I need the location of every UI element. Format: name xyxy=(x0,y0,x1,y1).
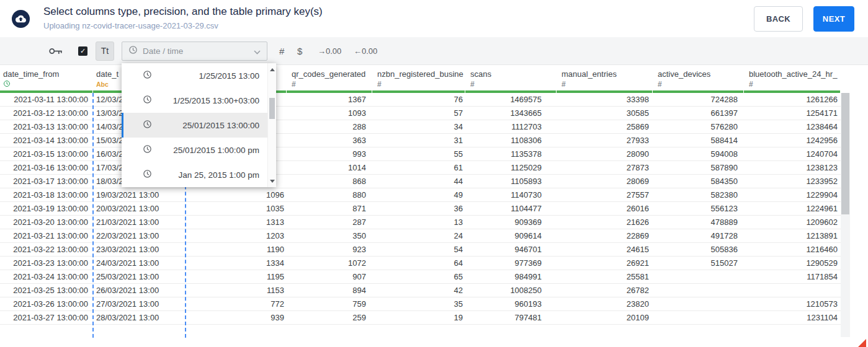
table-cell: 1203 xyxy=(186,229,287,242)
selected-column-boundary-left xyxy=(92,93,94,338)
table-row: 2021-03-18 13:00:0019/03/2021 13:0010968… xyxy=(0,188,841,202)
table-cell: 923 xyxy=(287,243,372,256)
next-button[interactable]: NEXT xyxy=(813,6,854,32)
table-cell: 661397 xyxy=(653,107,744,120)
text-format-button[interactable]: Tt xyxy=(96,42,114,61)
table-cell: 22869 xyxy=(557,229,653,242)
number-type-indicator: # xyxy=(744,80,841,89)
increase-decimals-icon[interactable]: →0.00 xyxy=(318,37,341,65)
dropdown-scrollbar-thumb[interactable] xyxy=(269,98,275,119)
table-cell: 2021-03-23 13:00:00 xyxy=(0,257,93,270)
dropdown-option-label: 25/01/2015 1:00:00 pm xyxy=(158,146,259,155)
table-cell: 36 xyxy=(372,202,465,215)
back-button[interactable]: BACK xyxy=(754,6,803,32)
table-cell: 44 xyxy=(372,175,465,188)
table-cell: 24 xyxy=(372,229,465,242)
table-cell: 20/03/2021 13:00 xyxy=(93,202,186,215)
table-cell: 2021-03-20 13:00:00 xyxy=(0,216,93,229)
table-row: 2021-03-20 13:00:0021/03/2021 13:0013132… xyxy=(0,216,841,229)
table-cell: 1240704 xyxy=(744,147,841,160)
column-header-nzbn_registered_busine[interactable]: nzbn_registered_busine# xyxy=(372,65,465,93)
table-cell: 1093 xyxy=(287,107,372,120)
column-header-scans[interactable]: scans# xyxy=(465,65,557,93)
table-cell: 26/03/2021 13:00 xyxy=(93,284,186,297)
table-cell: 1213891 xyxy=(744,229,841,242)
column-name: manual_entries xyxy=(557,69,653,79)
table-cell: 993 xyxy=(287,147,372,160)
table-row: 2021-03-24 13:00:0025/03/2021 13:0011959… xyxy=(0,270,841,284)
table-cell: 797481 xyxy=(465,311,557,324)
currency-format-icon[interactable]: $ xyxy=(297,37,302,65)
type-select-value: Date / time xyxy=(143,46,249,56)
table-cell: 871 xyxy=(287,202,372,215)
table-row: 2021-03-22 13:00:0023/03/2021 13:0011909… xyxy=(0,243,841,257)
decrease-decimals-icon[interactable]: ←0.00 xyxy=(354,37,377,65)
key-icon[interactable] xyxy=(48,46,63,59)
table-row: 2021-03-21 13:00:0022/03/2021 13:0012033… xyxy=(0,229,841,243)
table-cell: 515027 xyxy=(653,257,744,270)
number-type-indicator: # xyxy=(557,80,653,89)
dropdown-option[interactable]: 25/01/2015 13:00:00 xyxy=(122,113,267,138)
table-cell: 2021-03-22 13:00:00 xyxy=(0,243,93,256)
number-format-icon[interactable]: # xyxy=(279,37,284,65)
dropdown-option[interactable]: 1/25/2015 13:00+03:00 xyxy=(122,88,267,113)
table-cell: 27873 xyxy=(557,161,653,174)
table-cell: 2021-03-14 13:00:00 xyxy=(0,134,93,147)
table-cell: 20109 xyxy=(557,311,653,324)
table-cell: 724288 xyxy=(653,93,744,106)
table-cell: 30585 xyxy=(557,107,653,120)
column-header-bluetooth_active_24_hr_[interactable]: bluetooth_active_24_hr_# xyxy=(744,65,841,93)
table-cell: 588414 xyxy=(653,134,744,147)
column-header-date_time_from[interactable]: date_time_from xyxy=(0,65,93,93)
table-cell: 2021-03-24 13:00:00 xyxy=(0,270,93,283)
number-type-indicator: # xyxy=(653,80,744,89)
table-cell: 34 xyxy=(372,120,465,133)
column-header-manual_entries[interactable]: manual_entries# xyxy=(557,65,653,93)
table-cell: 65 xyxy=(372,270,465,283)
table-cell: 772 xyxy=(186,297,287,310)
table-cell: 25/03/2021 13:00 xyxy=(93,270,186,283)
dropdown-scrollbar[interactable] xyxy=(267,63,276,187)
table-cell: 1343665 xyxy=(465,107,557,120)
format-toolbar: ✓ Tt Date / time # $ →0.00 ←0.00 xyxy=(0,37,868,65)
table-cell: 26921 xyxy=(557,257,653,270)
clock-icon xyxy=(143,169,152,181)
table-cell: 984991 xyxy=(465,270,557,283)
dropdown-option[interactable]: 25/01/2015 1:00:00 pm xyxy=(122,138,267,162)
column-name: active_devices xyxy=(653,69,744,79)
column-header-qr_codes_generated[interactable]: qr_codes_generated# xyxy=(287,65,372,93)
scrollbar-thumb[interactable] xyxy=(841,93,849,214)
table-cell: 363 xyxy=(287,134,372,147)
table-cell: 1140730 xyxy=(465,188,557,201)
table-cell: 491728 xyxy=(653,229,744,242)
checkmark-icon: ✓ xyxy=(80,47,86,55)
table-cell: 26782 xyxy=(557,284,653,297)
dropdown-option[interactable]: 1/25/2015 13:00 xyxy=(122,63,267,88)
column-type-select[interactable]: Date / time xyxy=(122,42,267,61)
table-cell: 1242956 xyxy=(744,134,841,147)
date-format-dropdown: 1/25/2015 13:001/25/2015 13:00+03:0025/0… xyxy=(122,63,276,187)
dropdown-option-list: 1/25/2015 13:001/25/2015 13:00+03:0025/0… xyxy=(122,63,267,187)
table-row: 2021-03-19 13:00:0020/03/2021 13:0010358… xyxy=(0,202,841,216)
column-name: date_time_from xyxy=(0,69,93,79)
table-cell: 909614 xyxy=(465,229,557,242)
table-cell: 76 xyxy=(372,93,465,106)
include-column-checkbox[interactable]: ✓ xyxy=(78,46,87,56)
scroll-up-arrow[interactable] xyxy=(268,66,276,73)
vertical-scrollbar[interactable] xyxy=(841,93,850,337)
table-cell: 2021-03-19 13:00:00 xyxy=(0,202,93,215)
table-cell: 2021-03-26 13:00:00 xyxy=(0,297,93,310)
table-cell: 1210573 xyxy=(744,297,841,310)
table-cell: 907 xyxy=(287,270,372,283)
table-cell: 49 xyxy=(372,188,465,201)
table-cell: 25869 xyxy=(557,120,653,133)
column-name: nzbn_registered_busine xyxy=(372,69,465,79)
column-header-active_devices[interactable]: active_devices# xyxy=(653,65,744,93)
dropdown-option[interactable]: Jan 25, 2015 1:00 pm xyxy=(122,162,267,187)
table-cell: 28069 xyxy=(557,175,653,188)
table-cell: 27933 xyxy=(557,134,653,147)
scroll-down-arrow[interactable] xyxy=(268,177,276,185)
table-cell: 1108306 xyxy=(465,134,557,147)
table-cell: 33398 xyxy=(557,93,653,106)
column-name: bluetooth_active_24_hr_ xyxy=(744,69,841,79)
